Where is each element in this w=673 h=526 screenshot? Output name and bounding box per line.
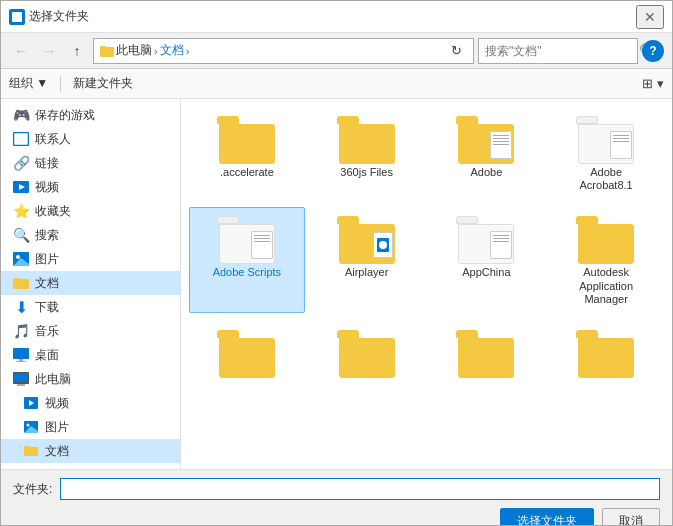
sidebar: 🎮 保存的游戏 联系人 🔗 链接 视频 ⭐ 收藏夹 🔍 搜索 [1, 99, 181, 469]
sidebar-label-this-pc: 此电脑 [35, 371, 71, 388]
address-bar: 此电脑 › 文档 › ↻ [93, 38, 474, 64]
sidebar-label-contacts: 联系人 [35, 131, 71, 148]
music-icon: 🎵 [13, 323, 29, 339]
svg-rect-13 [13, 348, 29, 359]
sidebar-label-pictures: 图片 [35, 251, 59, 268]
svg-rect-18 [17, 384, 25, 386]
folder-icon-row3a [217, 328, 277, 378]
sidebar-item-music[interactable]: 🎵 音乐 [1, 319, 180, 343]
folder-address-icon [100, 44, 114, 58]
documents2-icon [23, 443, 39, 459]
file-item-adobeacrobat[interactable]: Adobe Acrobat8.1 [548, 107, 664, 199]
file-item-airplayer[interactable]: Airplayer [309, 207, 425, 313]
forward-button[interactable]: → [37, 39, 61, 63]
file-item-autodesk[interactable]: Autodesk Application Manager [548, 207, 664, 313]
sidebar-item-pictures[interactable]: 图片 [1, 247, 180, 271]
contacts-icon [13, 131, 29, 147]
svg-rect-14 [19, 359, 23, 361]
file-item-appchina[interactable]: AppChina [429, 207, 545, 313]
sidebar-label-downloads: 下载 [35, 299, 59, 316]
folder-icon-row3b [337, 328, 397, 378]
sidebar-label-pictures2: 图片 [45, 419, 69, 436]
file-item-row3d[interactable] [548, 321, 664, 387]
pictures2-icon [23, 419, 39, 435]
file-label-adobe: Adobe [470, 166, 502, 179]
svg-rect-0 [12, 12, 22, 22]
sidebar-item-contacts[interactable]: 联系人 [1, 127, 180, 151]
folder-icon-row3c [456, 328, 516, 378]
sidebar-item-videos2[interactable]: 视频 [1, 391, 180, 415]
view-button[interactable]: ⊞ ▾ [642, 76, 664, 91]
sidebar-item-favorites[interactable]: ⭐ 收藏夹 [1, 199, 180, 223]
search-sidebar-icon: 🔍 [13, 227, 29, 243]
file-label-autodesk: Autodesk Application Manager [566, 266, 646, 306]
folder-icon-appchina [456, 214, 516, 264]
filename-input[interactable] [60, 478, 660, 500]
file-item-adobescripts[interactable]: Adobe Scripts [189, 207, 305, 313]
file-item-accelerate[interactable]: .accelerate [189, 107, 305, 199]
file-grid: .accelerate 360js Files [189, 107, 664, 387]
file-area: .accelerate 360js Files [181, 99, 672, 469]
sidebar-item-search[interactable]: 🔍 搜索 [1, 223, 180, 247]
address-part-docs[interactable]: 文档 [160, 42, 184, 59]
new-folder-button[interactable]: 新建文件夹 [73, 75, 133, 92]
sidebar-item-videos[interactable]: 视频 [1, 175, 180, 199]
toolbar: ← → ↑ 此电脑 › 文档 › ↻ 🔍 ? [1, 33, 672, 69]
sidebar-label-links: 链接 [35, 155, 59, 172]
svg-rect-15 [16, 361, 26, 362]
app-icon [9, 9, 25, 25]
refresh-button[interactable]: ↻ [445, 40, 467, 62]
sidebar-label-videos2: 视频 [45, 395, 69, 412]
sidebar-label-videos: 视频 [35, 179, 59, 196]
sidebar-label-search: 搜索 [35, 227, 59, 244]
file-item-adobe[interactable]: Adobe [429, 107, 545, 199]
sidebar-label-documents: 文档 [35, 275, 59, 292]
folder-icon-360js [337, 114, 397, 164]
address-sep-2: › [186, 45, 190, 57]
filename-label: 文件夹: [13, 481, 52, 498]
action-separator [60, 76, 61, 92]
file-item-row3a[interactable] [189, 321, 305, 387]
svg-rect-4 [14, 133, 28, 145]
bottom-bar: 文件夹: 选择文件夹 取消 [1, 469, 672, 526]
sidebar-label-desktop: 桌面 [35, 347, 59, 364]
folder-icon-airplayer [337, 214, 397, 264]
file-label-appchina: AppChina [462, 266, 510, 279]
up-button[interactable]: ↑ [65, 39, 89, 63]
pictures-icon [13, 251, 29, 267]
sidebar-label-music: 音乐 [35, 323, 59, 340]
sidebar-item-this-pc[interactable]: 此电脑 [1, 367, 180, 391]
title-text: 选择文件夹 [29, 8, 89, 25]
sidebar-item-desktop[interactable]: 桌面 [1, 343, 180, 367]
sidebar-item-links[interactable]: 🔗 链接 [1, 151, 180, 175]
file-label-accelerate: .accelerate [220, 166, 274, 179]
select-folder-button[interactable]: 选择文件夹 [500, 508, 594, 526]
help-button[interactable]: ? [642, 40, 664, 62]
address-part-pc[interactable]: 此电脑 [116, 42, 152, 59]
file-label-adobescripts: Adobe Scripts [213, 266, 281, 279]
file-item-row3c[interactable] [429, 321, 545, 387]
sidebar-item-documents2[interactable]: 文档 [1, 439, 180, 463]
file-item-row3b[interactable] [309, 321, 425, 387]
main-area: 🎮 保存的游戏 联系人 🔗 链接 视频 ⭐ 收藏夹 🔍 搜索 [1, 99, 672, 469]
search-box: 🔍 [478, 38, 638, 64]
back-button[interactable]: ← [9, 39, 33, 63]
svg-point-9 [16, 255, 20, 259]
folder-icon-adobeacrobat [576, 114, 636, 164]
file-label-airplayer: Airplayer [345, 266, 388, 279]
close-button[interactable]: ✕ [636, 5, 664, 29]
cancel-button[interactable]: 取消 [602, 508, 660, 526]
file-label-adobeacrobat: Adobe Acrobat8.1 [566, 166, 646, 192]
sidebar-item-saved-games[interactable]: 🎮 保存的游戏 [1, 103, 180, 127]
folder-icon-accelerate [217, 114, 277, 164]
search-input[interactable] [485, 44, 635, 58]
favorites-icon: ⭐ [13, 203, 29, 219]
sidebar-item-pictures2[interactable]: 图片 [1, 415, 180, 439]
sidebar-item-documents[interactable]: 文档 [1, 271, 180, 295]
videos-icon [13, 179, 29, 195]
file-item-360js[interactable]: 360js Files [309, 107, 425, 199]
organize-button[interactable]: 组织 ▼ [9, 75, 48, 92]
sidebar-item-downloads[interactable]: ⬇ 下载 [1, 295, 180, 319]
svg-rect-2 [100, 46, 106, 49]
saved-games-icon: 🎮 [13, 107, 29, 123]
